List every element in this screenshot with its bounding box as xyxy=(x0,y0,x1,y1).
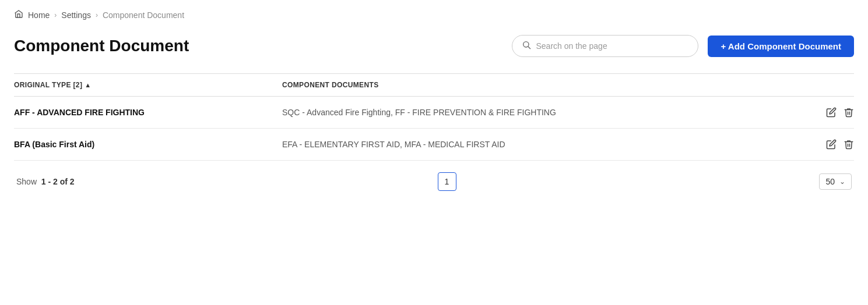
show-info: Show 1 - 2 of 2 xyxy=(16,177,75,186)
cell-original-type-2: BFA (Basic First Aid) xyxy=(14,140,282,149)
search-box[interactable] xyxy=(512,35,698,57)
add-component-document-button[interactable]: + Add Component Document xyxy=(708,36,854,57)
pagination-row: Show 1 - 2 of 2 1 50 ⌄ xyxy=(14,172,854,191)
svg-line-1 xyxy=(528,47,530,49)
search-input[interactable] xyxy=(536,41,688,51)
header-row: Component Document + Add Component Docum… xyxy=(14,35,854,57)
home-icon xyxy=(14,9,23,21)
header-actions: + Add Component Document xyxy=(512,35,854,57)
search-icon xyxy=(522,40,531,52)
delete-icon-2[interactable] xyxy=(844,139,854,150)
breadcrumb-settings[interactable]: Settings xyxy=(61,10,91,20)
breadcrumb: Home › Settings › Component Document xyxy=(14,9,854,21)
cell-actions-1 xyxy=(807,107,854,118)
breadcrumb-home[interactable]: Home xyxy=(28,10,50,20)
col-header-original-type[interactable]: ORIGINAL TYPE [2] ▲ xyxy=(14,81,282,89)
sort-icon: ▲ xyxy=(85,81,91,88)
per-page-select[interactable]: 50 ⌄ xyxy=(819,173,852,190)
cell-original-type-1: AFF - ADVANCED FIRE FIGHTING xyxy=(14,108,282,117)
table-header: ORIGINAL TYPE [2] ▲ COMPONENT DOCUMENTS xyxy=(14,74,854,97)
table-row: BFA (Basic First Aid) EFA - ELEMENTARY F… xyxy=(14,129,854,161)
per-page-value: 50 xyxy=(825,177,835,186)
page-title: Component Document xyxy=(14,37,189,55)
breadcrumb-sep-1: › xyxy=(54,11,57,19)
page-numbers: 1 xyxy=(438,172,456,191)
delete-icon-1[interactable] xyxy=(844,107,854,118)
table-row: AFF - ADVANCED FIRE FIGHTING SQC - Advan… xyxy=(14,97,854,129)
page-button-1[interactable]: 1 xyxy=(438,172,456,191)
edit-icon-2[interactable] xyxy=(826,139,837,150)
cell-component-docs-2: EFA - ELEMENTARY FIRST AID, MFA - MEDICA… xyxy=(282,140,807,149)
breadcrumb-current: Component Document xyxy=(103,10,184,20)
page-wrapper: Home › Settings › Component Document Com… xyxy=(0,0,868,305)
edit-icon-1[interactable] xyxy=(826,107,837,118)
pagination-range: 1 - 2 of 2 xyxy=(41,177,75,186)
col-header-component-docs: COMPONENT DOCUMENTS xyxy=(282,81,807,89)
cell-component-docs-1: SQC - Advanced Fire Fighting, FF - FIRE … xyxy=(282,108,807,117)
chevron-down-icon: ⌄ xyxy=(839,178,845,186)
cell-actions-2 xyxy=(807,139,854,150)
table-container: ORIGINAL TYPE [2] ▲ COMPONENT DOCUMENTS … xyxy=(14,73,854,161)
breadcrumb-sep-2: › xyxy=(96,11,98,19)
